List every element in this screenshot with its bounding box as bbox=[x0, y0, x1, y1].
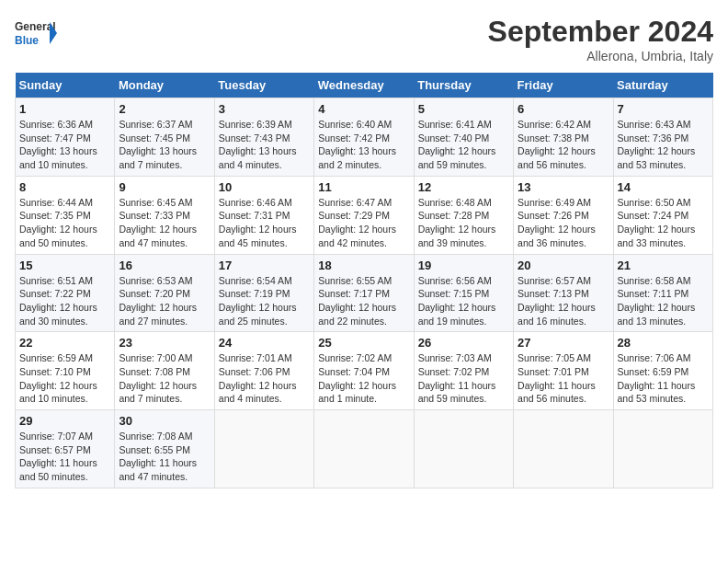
day-info: Sunrise: 7:02 AMSunset: 7:04 PMDaylight:… bbox=[318, 351, 409, 406]
day-number: 10 bbox=[219, 180, 310, 194]
day-number: 12 bbox=[418, 180, 509, 194]
day-cell: 24Sunrise: 7:01 AMSunset: 7:06 PMDayligh… bbox=[214, 332, 313, 410]
day-info: Sunrise: 6:57 AMSunset: 7:13 PMDaylight:… bbox=[518, 274, 609, 328]
week-row-2: 8Sunrise: 6:44 AMSunset: 7:35 PMDaylight… bbox=[16, 176, 713, 254]
day-cell: 7Sunrise: 6:43 AMSunset: 7:36 PMDaylight… bbox=[613, 98, 712, 177]
day-cell: 19Sunrise: 6:56 AMSunset: 7:15 PMDayligh… bbox=[414, 254, 513, 332]
day-number: 9 bbox=[119, 180, 210, 194]
header-row: Sunday Monday Tuesday Wednesday Thursday… bbox=[16, 73, 713, 98]
month-title: September 2024 bbox=[488, 15, 713, 49]
day-cell: 11Sunrise: 6:47 AMSunset: 7:29 PMDayligh… bbox=[314, 176, 414, 254]
logo: General Blue bbox=[15, 15, 59, 52]
day-cell: 18Sunrise: 6:55 AMSunset: 7:17 PMDayligh… bbox=[314, 254, 414, 332]
day-number: 2 bbox=[119, 102, 210, 116]
day-cell: 27Sunrise: 7:05 AMSunset: 7:01 PMDayligh… bbox=[514, 332, 613, 410]
day-number: 20 bbox=[518, 259, 609, 272]
day-info: Sunrise: 6:37 AMSunset: 7:45 PMDaylight:… bbox=[119, 118, 210, 172]
day-number: 14 bbox=[618, 180, 709, 194]
day-info: Sunrise: 7:03 AMSunset: 7:02 PMDaylight:… bbox=[418, 351, 509, 406]
day-number: 11 bbox=[318, 180, 409, 194]
col-wednesday: Wednesday bbox=[314, 73, 414, 98]
day-info: Sunrise: 6:54 AMSunset: 7:19 PMDaylight:… bbox=[219, 274, 310, 328]
day-cell: 9Sunrise: 6:45 AMSunset: 7:33 PMDaylight… bbox=[115, 176, 214, 254]
day-cell bbox=[214, 410, 313, 488]
day-cell: 4Sunrise: 6:40 AMSunset: 7:42 PMDaylight… bbox=[314, 98, 414, 177]
day-cell bbox=[514, 410, 613, 488]
day-number: 24 bbox=[219, 336, 310, 350]
title-block: September 2024 Allerona, Umbria, Italy bbox=[488, 15, 713, 63]
day-info: Sunrise: 6:51 AMSunset: 7:22 PMDaylight:… bbox=[19, 274, 110, 328]
day-info: Sunrise: 6:55 AMSunset: 7:17 PMDaylight:… bbox=[318, 274, 409, 328]
day-cell: 23Sunrise: 7:00 AMSunset: 7:08 PMDayligh… bbox=[115, 332, 214, 410]
day-number: 25 bbox=[318, 336, 409, 350]
day-info: Sunrise: 6:50 AMSunset: 7:24 PMDaylight:… bbox=[618, 196, 709, 250]
day-info: Sunrise: 6:43 AMSunset: 7:36 PMDaylight:… bbox=[618, 118, 709, 172]
day-number: 23 bbox=[119, 336, 210, 350]
day-cell: 10Sunrise: 6:46 AMSunset: 7:31 PMDayligh… bbox=[214, 176, 313, 254]
day-number: 16 bbox=[119, 259, 210, 272]
day-info: Sunrise: 7:01 AMSunset: 7:06 PMDaylight:… bbox=[219, 351, 310, 406]
day-number: 4 bbox=[318, 102, 409, 116]
day-info: Sunrise: 7:05 AMSunset: 7:01 PMDaylight:… bbox=[518, 351, 609, 406]
day-number: 1 bbox=[19, 102, 110, 116]
day-cell: 30Sunrise: 7:08 AMSunset: 6:55 PMDayligh… bbox=[115, 410, 214, 488]
day-number: 27 bbox=[518, 336, 609, 350]
day-number: 6 bbox=[518, 102, 609, 116]
day-cell: 8Sunrise: 6:44 AMSunset: 7:35 PMDaylight… bbox=[16, 176, 115, 254]
svg-text:Blue: Blue bbox=[15, 34, 39, 47]
day-number: 15 bbox=[19, 259, 110, 272]
day-cell bbox=[314, 410, 414, 488]
col-friday: Friday bbox=[514, 73, 613, 98]
day-info: Sunrise: 6:36 AMSunset: 7:47 PMDaylight:… bbox=[19, 118, 110, 172]
col-saturday: Saturday bbox=[613, 73, 712, 98]
day-info: Sunrise: 7:00 AMSunset: 7:08 PMDaylight:… bbox=[119, 351, 210, 406]
day-cell: 26Sunrise: 7:03 AMSunset: 7:02 PMDayligh… bbox=[414, 332, 513, 410]
day-number: 26 bbox=[418, 336, 509, 350]
day-cell: 12Sunrise: 6:48 AMSunset: 7:28 PMDayligh… bbox=[414, 176, 513, 254]
day-number: 22 bbox=[19, 336, 110, 350]
day-number: 13 bbox=[518, 180, 609, 194]
day-cell: 29Sunrise: 7:07 AMSunset: 6:57 PMDayligh… bbox=[16, 410, 115, 488]
day-number: 21 bbox=[618, 259, 709, 272]
day-number: 29 bbox=[19, 414, 110, 428]
day-cell: 2Sunrise: 6:37 AMSunset: 7:45 PMDaylight… bbox=[115, 98, 214, 177]
day-cell: 6Sunrise: 6:42 AMSunset: 7:38 PMDaylight… bbox=[514, 98, 613, 177]
day-info: Sunrise: 6:46 AMSunset: 7:31 PMDaylight:… bbox=[219, 196, 310, 250]
day-number: 18 bbox=[318, 259, 409, 272]
week-row-1: 1Sunrise: 6:36 AMSunset: 7:47 PMDaylight… bbox=[16, 98, 713, 177]
day-info: Sunrise: 6:56 AMSunset: 7:15 PMDaylight:… bbox=[418, 274, 509, 328]
day-info: Sunrise: 7:07 AMSunset: 6:57 PMDaylight:… bbox=[19, 430, 110, 484]
day-cell bbox=[613, 410, 712, 488]
day-cell: 15Sunrise: 6:51 AMSunset: 7:22 PMDayligh… bbox=[16, 254, 115, 332]
day-cell: 25Sunrise: 7:02 AMSunset: 7:04 PMDayligh… bbox=[314, 332, 414, 410]
day-cell: 21Sunrise: 6:58 AMSunset: 7:11 PMDayligh… bbox=[613, 254, 712, 332]
col-thursday: Thursday bbox=[414, 73, 513, 98]
day-info: Sunrise: 7:06 AMSunset: 6:59 PMDaylight:… bbox=[618, 351, 709, 406]
day-info: Sunrise: 6:42 AMSunset: 7:38 PMDaylight:… bbox=[518, 118, 609, 172]
day-info: Sunrise: 6:49 AMSunset: 7:26 PMDaylight:… bbox=[518, 196, 609, 250]
day-cell: 16Sunrise: 6:53 AMSunset: 7:20 PMDayligh… bbox=[115, 254, 214, 332]
day-info: Sunrise: 6:39 AMSunset: 7:43 PMDaylight:… bbox=[219, 118, 310, 172]
logo-svg: General Blue bbox=[15, 15, 59, 52]
day-cell: 22Sunrise: 6:59 AMSunset: 7:10 PMDayligh… bbox=[16, 332, 115, 410]
day-cell: 14Sunrise: 6:50 AMSunset: 7:24 PMDayligh… bbox=[613, 176, 712, 254]
day-info: Sunrise: 6:48 AMSunset: 7:28 PMDaylight:… bbox=[418, 196, 509, 250]
day-number: 30 bbox=[119, 414, 210, 428]
week-row-5: 29Sunrise: 7:07 AMSunset: 6:57 PMDayligh… bbox=[16, 410, 713, 488]
day-number: 19 bbox=[418, 259, 509, 272]
day-info: Sunrise: 6:44 AMSunset: 7:35 PMDaylight:… bbox=[19, 196, 110, 250]
day-info: Sunrise: 6:53 AMSunset: 7:20 PMDaylight:… bbox=[119, 274, 210, 328]
page-header: General Blue September 2024 Allerona, Um… bbox=[15, 15, 713, 63]
day-cell: 13Sunrise: 6:49 AMSunset: 7:26 PMDayligh… bbox=[514, 176, 613, 254]
calendar-table: Sunday Monday Tuesday Wednesday Thursday… bbox=[15, 73, 713, 488]
day-number: 3 bbox=[219, 102, 310, 116]
col-sunday: Sunday bbox=[16, 73, 115, 98]
day-info: Sunrise: 6:47 AMSunset: 7:29 PMDaylight:… bbox=[318, 196, 409, 250]
day-cell bbox=[414, 410, 513, 488]
day-info: Sunrise: 7:08 AMSunset: 6:55 PMDaylight:… bbox=[119, 430, 210, 484]
day-number: 8 bbox=[19, 180, 110, 194]
day-number: 7 bbox=[618, 102, 709, 116]
day-cell: 20Sunrise: 6:57 AMSunset: 7:13 PMDayligh… bbox=[514, 254, 613, 332]
day-cell: 5Sunrise: 6:41 AMSunset: 7:40 PMDaylight… bbox=[414, 98, 513, 177]
day-number: 17 bbox=[219, 259, 310, 272]
